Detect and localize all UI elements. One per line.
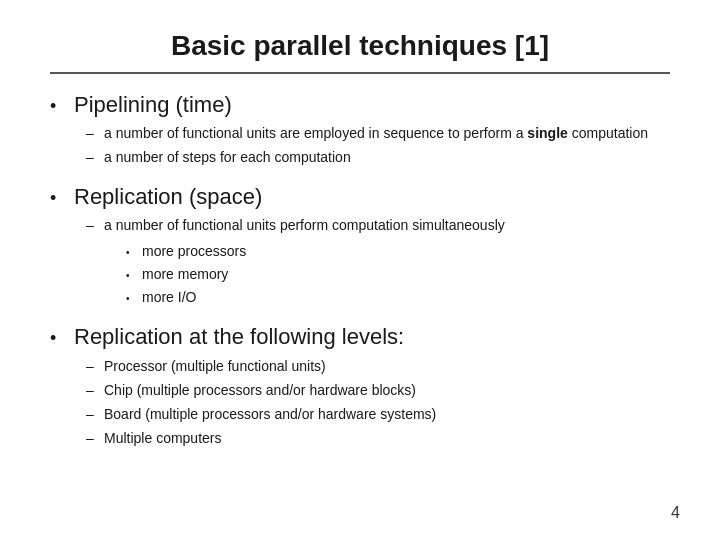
levels-sub-2: – Chip (multiple processors and/or hardw… <box>86 380 670 401</box>
pipelining-sub-1-text: a number of functional units are employe… <box>104 123 648 144</box>
dash-3: – <box>86 215 98 236</box>
pipelining-sub-1: – a number of functional units are emplo… <box>86 123 670 144</box>
dash-6: – <box>86 404 98 425</box>
dash-4: – <box>86 356 98 377</box>
levels-sub-4-text: Multiple computers <box>104 428 222 449</box>
dash-2: – <box>86 147 98 168</box>
pipelining-title: Pipelining (time) <box>74 92 232 118</box>
section-replication-levels: • Replication at the following levels: –… <box>50 324 670 448</box>
bullet-dot-replication-levels: • <box>50 326 66 351</box>
replication-space-title: Replication (space) <box>74 184 262 210</box>
levels-sub-1: – Processor (multiple functional units) <box>86 356 670 377</box>
levels-sub-2-text: Chip (multiple processors and/or hardwar… <box>104 380 416 401</box>
dot-memory: • <box>126 268 136 283</box>
bullet-dot-replication-space: • <box>50 186 66 211</box>
sub-sub-memory: • more memory <box>126 264 670 285</box>
replication-levels-header: • Replication at the following levels: <box>50 324 670 351</box>
dot-processors: • <box>126 245 136 260</box>
sub-sub-io-text: more I/O <box>142 287 196 308</box>
dash-7: – <box>86 428 98 449</box>
dash-1: – <box>86 123 98 144</box>
sub-sub-processors-text: more processors <box>142 241 246 262</box>
replication-levels-title: Replication at the following levels: <box>74 324 404 350</box>
levels-sub-1-text: Processor (multiple functional units) <box>104 356 326 377</box>
levels-sub-3: – Board (multiple processors and/or hard… <box>86 404 670 425</box>
slide-title: Basic parallel techniques [1] <box>50 30 670 74</box>
page-number: 4 <box>671 504 680 522</box>
section-pipelining: • Pipelining (time) – a number of functi… <box>50 92 670 168</box>
sub-sub-processors: • more processors <box>126 241 670 262</box>
replication-space-sub-1-text: a number of functional units perform com… <box>104 215 505 236</box>
replication-space-sub-sub-items: • more processors • more memory • more I… <box>86 241 670 308</box>
replication-space-header: • Replication (space) <box>50 184 670 211</box>
slide: Basic parallel techniques [1] • Pipelini… <box>0 0 720 540</box>
dash-5: – <box>86 380 98 401</box>
levels-sub-4: – Multiple computers <box>86 428 670 449</box>
sub-sub-io: • more I/O <box>126 287 670 308</box>
pipelining-sub-items: – a number of functional units are emplo… <box>50 123 670 168</box>
replication-space-sub-1: – a number of functional units perform c… <box>86 215 670 236</box>
section-replication-space: • Replication (space) – a number of func… <box>50 184 670 308</box>
bullet-dot-pipelining: • <box>50 94 66 119</box>
slide-content: • Pipelining (time) – a number of functi… <box>50 92 670 510</box>
pipelining-sub-2-text: a number of steps for each computation <box>104 147 351 168</box>
replication-levels-sub-items: – Processor (multiple functional units) … <box>50 356 670 449</box>
sub-sub-memory-text: more memory <box>142 264 228 285</box>
pipelining-header: • Pipelining (time) <box>50 92 670 119</box>
levels-sub-3-text: Board (multiple processors and/or hardwa… <box>104 404 436 425</box>
replication-space-sub-items: – a number of functional units perform c… <box>50 215 670 308</box>
pipelining-sub-2: – a number of steps for each computation <box>86 147 670 168</box>
dot-io: • <box>126 291 136 306</box>
